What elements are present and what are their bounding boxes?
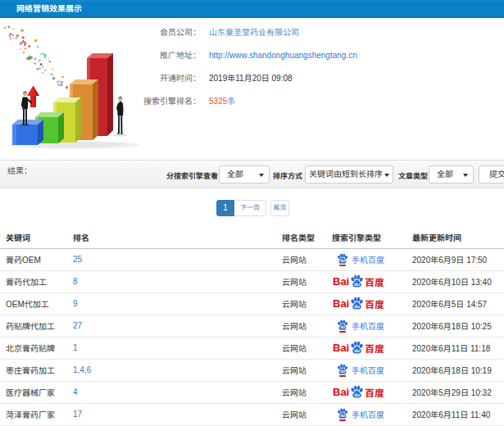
baidu-paw-icon: du xyxy=(350,385,364,399)
engine-select-wrap: 全部 xyxy=(219,165,270,184)
rank-link[interactable]: 1,4,6 xyxy=(73,365,91,374)
svg-text:du: du xyxy=(354,282,360,287)
page-1-button[interactable]: 1 xyxy=(216,200,234,216)
engine-cell: du 手机百度 xyxy=(332,403,412,425)
rank-type-cell: 云网站 xyxy=(282,270,332,292)
rank-type-cell: 云网站 xyxy=(282,248,332,270)
baidu-logo-badge: Bai du 百度 xyxy=(333,341,384,355)
mobile-baidu-icon: du xyxy=(337,253,348,266)
mobile-baidu-icon: du xyxy=(337,408,348,421)
baidu-paw-icon: du xyxy=(337,364,348,375)
engine-filter-label: 分搜索引擎查看 xyxy=(166,170,218,181)
engine-cell: Bai du 百度 xyxy=(332,270,412,292)
baidu-logo-cn: 百度 xyxy=(365,275,384,288)
rank-cell: 1,4,6 xyxy=(73,359,282,381)
filter-bar: 结果： 分搜索引擎查看 全部 排序方式 关键词由短到长排序 文章类型 全部 提交 xyxy=(0,160,504,188)
engine-name-label: 手机百度 xyxy=(352,253,384,265)
hero-section: 会员公司： 山东皇圣堂药业有限公司 推广地址： http://www.shand… xyxy=(0,18,504,157)
rank-type-cell: 云网站 xyxy=(282,403,332,425)
table-row: OEM代加工 9 云网站 Bai du 百度 2020年6月5日 14:57 xyxy=(0,292,504,315)
updated-cell: 2020年5月29日 10:32 xyxy=(412,381,504,403)
keyword-cell: 膏药OEM xyxy=(0,248,73,270)
engine-name-label: 手机百度 xyxy=(352,408,384,420)
rank-link[interactable]: 27 xyxy=(73,321,82,330)
last-page-button[interactable]: 尾页 xyxy=(270,200,289,216)
baidu-logo-bai: Bai xyxy=(333,275,349,288)
svg-text:du: du xyxy=(340,369,345,374)
table-row: 枣庄膏药加工 1,4,6 云网站 du 手机百度 2020年6月18日 10:1… xyxy=(0,359,504,381)
keyword-cell: 菏泽膏药厂家 xyxy=(0,403,73,425)
article-type-select[interactable]: 全部 xyxy=(429,165,474,184)
rank-type-cell: 云网站 xyxy=(282,315,332,337)
info-row-url: 推广地址： http://www.shandonghuangshengtang.… xyxy=(0,51,504,61)
svg-text:du: du xyxy=(354,348,360,353)
baidu-logo-cn: 百度 xyxy=(365,386,384,399)
rank-cell: 17 xyxy=(73,403,282,425)
updated-cell: 2020年6月5日 14:57 xyxy=(412,292,504,315)
page-title: 网络营销效果展示 xyxy=(16,4,82,13)
bar-blue xyxy=(12,120,43,145)
rank-type-cell: 云网站 xyxy=(282,381,332,403)
engine-name-label: 手机百度 xyxy=(352,364,384,376)
rank-link[interactable]: 1 xyxy=(73,343,78,352)
sort-select-wrap: 关键词由短到长排序 xyxy=(305,165,393,184)
svg-text:du: du xyxy=(354,304,360,309)
rank-link[interactable]: 4 xyxy=(73,387,78,397)
col-header-updated: 最新更新时间 xyxy=(412,226,504,248)
baidu-paw-icon: du xyxy=(337,320,348,331)
pagination: 1 下一页 尾页 xyxy=(216,200,289,216)
baidu-logo-cn: 百度 xyxy=(365,342,384,355)
col-header-rank: 排名 xyxy=(73,226,282,248)
keyword-cell: 北京膏药贴牌 xyxy=(0,337,73,359)
svg-text:du: du xyxy=(340,414,345,418)
promo-url-link[interactable]: http://www.shandonghuangshengtang.cn xyxy=(209,51,357,61)
baidu-logo-badge: Bai du 百度 xyxy=(333,385,384,399)
updated-cell: 2020年6月18日 10:19 xyxy=(412,359,504,381)
updated-cell: 2020年6月11日 11:18 xyxy=(412,337,504,359)
keyword-cell: OEM代加工 xyxy=(0,292,73,315)
keyword-cell: 枣庄膏药加工 xyxy=(0,359,73,381)
results-table-body: 膏药OEM 25 云网站 du 手机百度 2020年6月9日 17:50 膏药代… xyxy=(0,248,504,425)
mobile-baidu-icon: du xyxy=(337,320,348,333)
engine-cell: Bai du 百度 xyxy=(332,292,412,315)
rank-count-label: 搜索引擎排名： xyxy=(143,97,201,106)
engine-select[interactable]: 全部 xyxy=(219,165,270,184)
baidu-logo-bai: Bai xyxy=(333,386,349,398)
growth-chart-illustration xyxy=(0,21,156,152)
results-table: 关键词 排名 排名类型 搜索引擎类型 最新更新时间 膏药OEM 25 云网站 d… xyxy=(0,226,504,426)
mobile-baidu-underline xyxy=(339,375,346,377)
rank-cell: 27 xyxy=(73,315,282,337)
rank-count-number: 5325 xyxy=(209,97,227,106)
baidu-paw-icon: du xyxy=(350,297,364,310)
rank-link[interactable]: 25 xyxy=(73,255,82,264)
rank-cell: 1 xyxy=(73,337,282,359)
rank-link[interactable]: 8 xyxy=(73,277,78,286)
title-bar: 网络营销效果展示 xyxy=(0,0,504,18)
table-row: 药贴牌代加工 27 云网站 du 手机百度 2020年6月18日 10:25 xyxy=(0,315,504,337)
next-page-button[interactable]: 下一页 xyxy=(234,200,266,216)
updated-cell: 2020年6月9日 17:50 xyxy=(412,248,504,270)
rank-link[interactable]: 9 xyxy=(73,299,78,308)
mobile-baidu-badge: du 手机百度 xyxy=(337,320,384,333)
baidu-paw-icon: du xyxy=(350,274,364,288)
sort-select[interactable]: 关键词由短到长排序 xyxy=(305,165,393,184)
keyword-cell: 膏药代加工 xyxy=(0,270,73,292)
rank-cell: 8 xyxy=(73,270,282,292)
keyword-cell: 医疗器械厂家 xyxy=(0,381,73,403)
baidu-logo-bai: Bai xyxy=(333,297,349,310)
mobile-baidu-underline xyxy=(339,265,346,266)
baidu-logo-badge: Bai du 百度 xyxy=(333,297,384,310)
chevron-down-icon xyxy=(463,174,468,177)
info-row-opened: 开通时间： 2019年11月20日 09:08 xyxy=(0,74,504,84)
table-row: 医疗器械厂家 4 云网站 Bai du 百度 2020年5月29日 10:32 xyxy=(0,381,504,403)
mobile-baidu-badge: du 手机百度 xyxy=(337,253,384,266)
table-row: 北京膏药贴牌 1 云网站 Bai du 百度 2020年6月11日 11:18 xyxy=(0,337,504,359)
updated-cell: 2020年6月11日 11:40 xyxy=(412,403,504,425)
col-header-rank-type: 排名类型 xyxy=(282,226,332,248)
table-row: 菏泽膏药厂家 17 云网站 du 手机百度 2020年6月11日 11:40 xyxy=(0,403,504,425)
keyword-cell: 药贴牌代加工 xyxy=(0,315,73,337)
info-row-company: 会员公司： 山东皇圣堂药业有限公司 xyxy=(0,28,504,38)
rank-link[interactable]: 17 xyxy=(73,410,82,419)
submit-button[interactable]: 提交 xyxy=(479,165,504,184)
rank-count-unit: 条 xyxy=(227,97,235,106)
